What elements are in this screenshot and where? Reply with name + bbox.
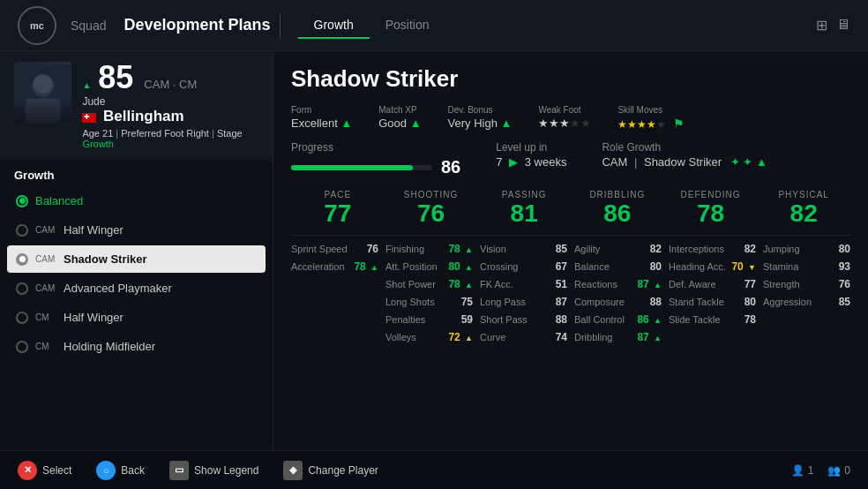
- rect-button-icon: ▭: [169, 461, 189, 480]
- stat-aggression: Aggression 85: [763, 296, 850, 308]
- stat-strength: Strength 76: [763, 278, 850, 290]
- svg-rect-4: [26, 98, 61, 122]
- role-name-cm-hm: Holding Midfielder: [64, 340, 155, 353]
- player-name-block: Jude Bellingham Age 21 | Preferred Foot …: [82, 95, 258, 149]
- back-action[interactable]: ○ Back: [96, 461, 145, 480]
- radio-cm-halfwinger: [16, 312, 28, 324]
- tab-position[interactable]: Position: [370, 12, 445, 39]
- stat-finishing: Finishing 78 ▲: [385, 243, 473, 255]
- skillmoves-icon: ⚑: [673, 117, 685, 131]
- stat-ball-control: Ball Control 86 ▲: [574, 313, 662, 326]
- logo: mc: [18, 6, 56, 45]
- header-icons: ⊞ 🖥: [816, 17, 850, 34]
- dribbling-value: 86: [571, 199, 664, 228]
- stat-short-pass: Short Pass 88: [480, 313, 567, 326]
- role-item-cam-shadowstriker[interactable]: CAM Shadow Striker: [7, 245, 266, 273]
- player-info: ▲ 85 CAM · CM Jude Bellingham Age 21 | P…: [0, 51, 273, 160]
- england-flag-icon: [82, 113, 96, 123]
- stat-heading-acc: Heading Acc. 70 ▼: [669, 260, 756, 273]
- pace-value: 77: [291, 199, 385, 228]
- player-avatar: [14, 62, 71, 125]
- page-title: Development Plans: [123, 16, 270, 34]
- player-rating-block: ▲ 85 CAM · CM Jude Bellingham Age 21 | P…: [82, 62, 258, 149]
- player-last-name: Bellingham: [103, 108, 184, 124]
- stat-cat-pace: PACE 77: [291, 190, 385, 228]
- headingacc-arrow-icon: ▼: [748, 263, 756, 272]
- role-item-cm-halfwinger[interactable]: CM Half Winger: [7, 304, 266, 331]
- skillmoves-value: ★★★★★ ⚑: [617, 117, 685, 131]
- role-item-cam-halfwinger[interactable]: CAM Half Winger: [7, 216, 266, 244]
- matchxp-arrow-icon: ▲: [410, 117, 422, 130]
- controller-icon: ⊞: [816, 17, 827, 34]
- change-player-action[interactable]: ◈ Change Player: [283, 461, 378, 480]
- stats-col-pace: Sprint Speed 76 Acceleration 78 ▲: [291, 243, 378, 343]
- shooting-value: 76: [385, 199, 478, 228]
- info-meta-row: Form Excellent ▲ Match XP Good ▲ Dev. Bo…: [291, 105, 850, 131]
- rolegrowth-arrows-icon: ✦ ✦ ▲: [730, 155, 767, 169]
- growth-section-label: Growth: [0, 160, 273, 187]
- tab-growth[interactable]: Growth: [298, 12, 370, 39]
- stat-shot-power: Shot Power 78 ▲: [385, 278, 473, 290]
- levelup-value: 7 ▶ 3 weeks: [496, 155, 566, 169]
- show-legend-action[interactable]: ▭ Show Legend: [169, 461, 258, 480]
- form-label: Form: [291, 105, 352, 115]
- stat-stand-tackle: Stand Tackle 80: [669, 296, 756, 308]
- radio-cam-shadowstriker: [16, 253, 28, 266]
- role-item-cm-holding[interactable]: CM Holding Midfielder: [7, 333, 266, 360]
- right-panel: Shadow Striker Form Excellent ▲ Match XP…: [273, 51, 868, 450]
- role-pos-cm-hm: CM: [35, 342, 56, 351]
- role-item-cam-advancedplaymaker[interactable]: CAM Advanced Playmaker: [7, 275, 266, 302]
- stat-long-shots: Long Shots 75: [385, 296, 473, 308]
- header: mc Squad Development Plans Growth Positi…: [0, 0, 868, 51]
- role-pos-cam-halfwinger: CAM: [35, 225, 56, 235]
- stat-slide-tackle: Slide Tackle 78: [669, 313, 756, 326]
- accel-arrow-icon: ▲: [370, 263, 378, 272]
- stat-reactions: Reactions 87 ▲: [574, 278, 662, 290]
- group-icon: 👥: [827, 464, 841, 477]
- role-list: Balanced CAM Half Winger CAM Shadow Stri…: [0, 187, 273, 450]
- settings-icon: 🖥: [836, 17, 850, 34]
- pace-label: PACE: [291, 190, 385, 199]
- form-block: Form Excellent ▲: [291, 105, 352, 130]
- skillmoves-label: Skill Moves: [617, 105, 685, 115]
- stat-composure: Composure 88: [574, 296, 662, 308]
- nav-tabs: Growth Position: [298, 12, 445, 39]
- defending-value: 78: [664, 199, 758, 228]
- weakfoot-label: Weak Foot: [538, 105, 591, 115]
- passing-value: 81: [477, 199, 571, 228]
- dribbling-label: DRIBBLING: [571, 190, 664, 199]
- rolegrowth-value: CAM | Shadow Striker ✦ ✦ ▲: [602, 155, 767, 169]
- physical-label: PHYSICAL: [757, 190, 850, 199]
- header-divider: [280, 13, 281, 38]
- player-meta: Age 21 | Preferred Foot Right | Stage Gr…: [82, 128, 258, 149]
- stat-cat-dribbling: DRIBBLING 86: [571, 190, 664, 228]
- matchxp-value: Good ▲: [378, 117, 421, 130]
- stats-categories: PACE 77 SHOOTING 76 PASSING 81 DRIBBLING…: [291, 190, 850, 236]
- player-rating: 85: [98, 62, 133, 94]
- role-item-balanced[interactable]: Balanced: [7, 187, 266, 214]
- dribbling-arrow-icon: ▲: [654, 334, 662, 342]
- progress-value: 86: [441, 157, 460, 177]
- back-label: Back: [121, 464, 145, 477]
- select-action[interactable]: ✕ Select: [18, 461, 71, 480]
- radio-cm-holding: [16, 341, 28, 353]
- stat-vision: Vision 85: [480, 243, 567, 255]
- stat-agility: Agility 82: [574, 243, 662, 255]
- stat-long-pass: Long Pass 87: [480, 296, 567, 308]
- rating-row: ▲ 85 CAM · CM: [82, 62, 258, 94]
- stats-col-defending: Interceptions 82 Heading Acc. 70 ▼ Def. …: [669, 243, 756, 343]
- progress-row: 86: [291, 157, 460, 177]
- radio-cam-halfwinger: [16, 224, 28, 237]
- stat-def-aware: Def. Aware 77: [669, 278, 756, 290]
- stat-interceptions: Interceptions 82: [669, 243, 756, 255]
- shooting-label: SHOOTING: [385, 190, 478, 199]
- squad-link[interactable]: Squad: [71, 19, 106, 33]
- devbonus-value: Very High ▲: [448, 117, 513, 130]
- role-name-balanced: Balanced: [35, 194, 83, 207]
- radio-cam-advancedplaymaker: [16, 282, 28, 295]
- stat-dribbling-skill: Dribbling 87 ▲: [574, 331, 662, 343]
- passing-label: PASSING: [477, 190, 571, 199]
- stat-sprint-speed: Sprint Speed 76: [291, 243, 378, 255]
- role-name-cam-shadowstriker: Shadow Striker: [64, 252, 147, 266]
- role-name-cam-halfwinger: Half Winger: [64, 223, 123, 237]
